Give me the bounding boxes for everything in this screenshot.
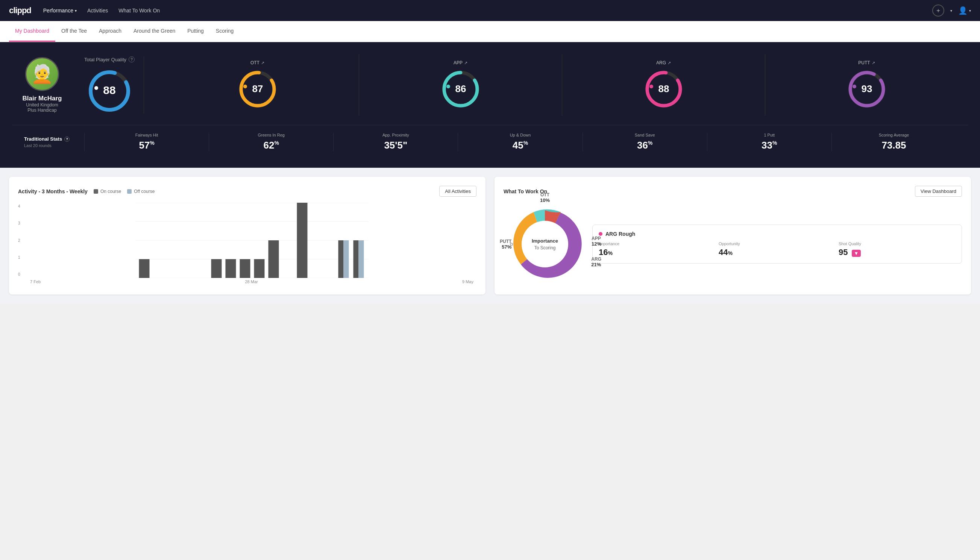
chart-legend: On course Off course	[94, 189, 155, 194]
activities-nav[interactable]: Activities	[87, 8, 108, 13]
svg-rect-35	[359, 240, 364, 278]
donut-wrapper: Importance To Scoring PUTT 57% OTT 10%	[504, 203, 586, 285]
arg-rough-dot	[599, 232, 602, 236]
svg-text:88: 88	[658, 83, 669, 94]
user-menu-button[interactable]: 👤 ▾	[958, 6, 971, 15]
svg-point-3	[95, 86, 98, 90]
tab-my-dashboard[interactable]: My Dashboard	[9, 21, 55, 42]
y-label-4: 4	[18, 204, 20, 208]
chevron-down-icon: ▾	[75, 8, 77, 13]
main-gauge: 88	[84, 68, 135, 113]
player-handicap: Plus Handicap	[27, 108, 57, 113]
help-icon[interactable]: ?	[129, 57, 135, 62]
ott-label: OTT ↗	[250, 60, 265, 65]
x-label-feb: 7 Feb	[30, 280, 41, 284]
tpq-label-text: Total Player Quality	[84, 57, 126, 62]
view-dashboard-button[interactable]: View Dashboard	[915, 186, 962, 197]
info-metrics: Importance 16% Opportunity 44% Shot Qual…	[599, 242, 955, 257]
performance-label: Performance	[43, 8, 73, 13]
help-icon[interactable]: ?	[64, 137, 70, 142]
work-card-header: What To Work On View Dashboard	[504, 186, 962, 197]
avatar: 🧑‍🦳	[25, 57, 59, 91]
chevron-down-icon: ▾	[969, 8, 971, 13]
arg-rough-info-card: ARG Rough Importance 16% Opportunity 44%	[592, 225, 962, 263]
stat-1-putt: 1 Putt 33%	[707, 133, 832, 151]
off-course-dot	[127, 189, 131, 194]
tpq-label: Total Player Quality ?	[84, 57, 135, 62]
tab-approach[interactable]: Approach	[93, 21, 128, 42]
info-card-title: ARG Rough	[599, 231, 955, 237]
tab-off-the-tee[interactable]: Off the Tee	[55, 21, 93, 42]
svg-rect-26	[211, 259, 222, 278]
arg-donut-label: ARG 21%	[591, 257, 601, 267]
what-to-work-on-card: What To Work On View Dashboard	[494, 177, 971, 295]
app-trend-icon: ↗	[464, 60, 468, 65]
bar-chart-container: 0 1 2 3 4	[18, 203, 476, 284]
gauge-putt: PUTT ↗ 93	[765, 54, 968, 116]
activity-chart-card: Activity - 3 Months - Weekly On course O…	[9, 177, 486, 295]
arg-rough-label: ARG Rough	[606, 231, 635, 237]
plus-icon: ＋	[935, 7, 941, 15]
on-course-label: On course	[100, 189, 121, 194]
x-label-may: 9 May	[462, 280, 473, 284]
work-card-body: Importance To Scoring PUTT 57% OTT 10%	[504, 203, 962, 285]
metric-importance: Importance 16%	[599, 242, 715, 257]
performance-nav[interactable]: Performance ▾	[43, 8, 77, 13]
player-country: United Kingdom	[26, 102, 58, 108]
stat-fairways-hit: Fairways Hit 57%	[84, 133, 209, 151]
svg-rect-25	[139, 259, 150, 278]
putt-donut-label: PUTT 57%	[500, 239, 511, 250]
tab-scoring[interactable]: Scoring	[210, 21, 240, 42]
svg-point-7	[243, 85, 247, 88]
y-label-1: 1	[18, 255, 20, 260]
arg-label: ARG ↗	[656, 60, 671, 65]
legend-off-course: Off course	[127, 189, 155, 194]
player-name: Blair McHarg	[23, 95, 62, 102]
metric-opportunity: Opportunity 44%	[719, 242, 835, 257]
stat-app-proximity: App. Proximity 35'5"	[333, 133, 458, 151]
top-navigation: clippd Performance ▾ Activities What To …	[0, 0, 980, 21]
trad-stats-title: Traditional Stats ?	[24, 136, 84, 142]
hero-section: 🧑‍🦳 Blair McHarg United Kingdom Plus Han…	[0, 42, 980, 168]
chart-header-left: Activity - 3 Months - Weekly On course O…	[18, 188, 155, 195]
chart-card-header: Activity - 3 Months - Weekly On course O…	[18, 186, 476, 197]
donut-svg: Importance To Scoring	[504, 203, 586, 285]
score-badge: ▼	[852, 250, 861, 257]
logo[interactable]: clippd	[9, 6, 31, 15]
putt-gauge-svg: 93	[846, 68, 887, 110]
arg-trend-icon: ↗	[667, 60, 671, 65]
user-icon: 👤	[958, 6, 968, 15]
app-label: APP ↗	[454, 60, 468, 65]
hero-top: 🧑‍🦳 Blair McHarg United Kingdom Plus Han…	[12, 54, 968, 116]
app-donut-label: APP 12%	[592, 236, 601, 247]
svg-text:86: 86	[455, 83, 466, 94]
svg-rect-28	[240, 259, 250, 278]
tab-around-the-green[interactable]: Around the Green	[128, 21, 181, 42]
ott-donut-label: OTT 10%	[540, 192, 550, 203]
legend-on-course: On course	[94, 189, 121, 194]
on-course-dot	[94, 189, 98, 194]
bar-chart-svg	[27, 203, 476, 278]
off-course-label: Off course	[134, 189, 155, 194]
trad-stats-items: Fairways Hit 57% Greens In Reg 62% App. …	[84, 133, 956, 151]
main-gauge-svg: 88	[87, 68, 132, 113]
svg-text:93: 93	[861, 83, 872, 94]
add-button[interactable]: ＋	[932, 5, 944, 17]
tab-putting[interactable]: Putting	[181, 21, 210, 42]
stat-scoring-average: Scoring Average 73.85	[832, 133, 956, 151]
traditional-stats: Traditional Stats ? Last 20 rounds Fairw…	[12, 125, 968, 159]
y-label-2: 2	[18, 238, 20, 243]
putt-trend-icon: ↗	[872, 60, 875, 65]
what-to-work-on-nav[interactable]: What To Work On	[118, 8, 160, 13]
player-info: 🧑‍🦳 Blair McHarg United Kingdom Plus Han…	[12, 57, 72, 113]
main-content: Activity - 3 Months - Weekly On course O…	[0, 168, 980, 303]
svg-point-36	[522, 221, 568, 267]
tpq-wrapper: Total Player Quality ? 88	[84, 57, 144, 113]
nav-left: clippd Performance ▾ Activities What To …	[9, 6, 160, 15]
stat-greens-in-reg: Greens In Reg 62%	[209, 133, 333, 151]
ott-gauge-svg: 87	[237, 68, 278, 110]
chart-title: Activity - 3 Months - Weekly	[18, 188, 88, 195]
all-activities-button[interactable]: All Activities	[439, 186, 476, 197]
gauge-arg: ARG ↗ 88	[562, 54, 765, 116]
stat-sand-save: Sand Save 36%	[582, 133, 707, 151]
